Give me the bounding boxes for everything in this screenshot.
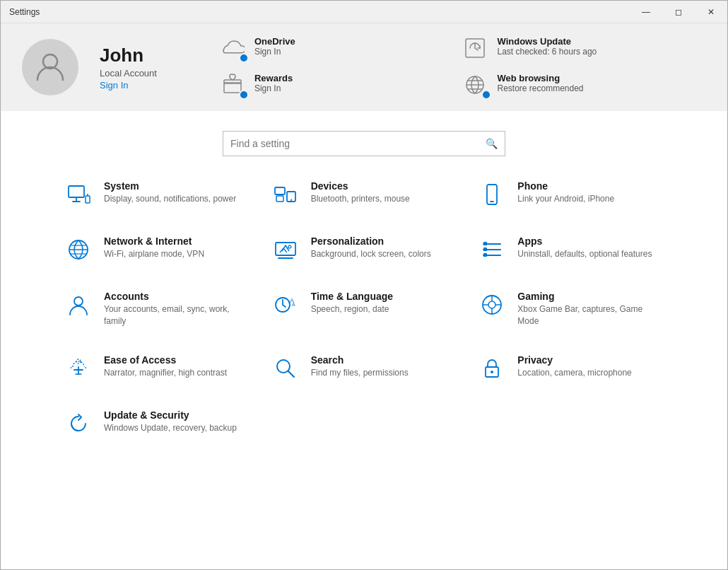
phone-name: Phone <box>517 180 614 192</box>
update-security-text: Update & Security Windows Update, recove… <box>104 409 237 434</box>
close-button[interactable]: ✕ <box>695 1 727 23</box>
web-browsing-desc: Restore recommended <box>497 83 583 93</box>
app-title: Settings <box>9 7 40 17</box>
devices-text: Devices Bluetooth, printers, mouse <box>311 180 410 205</box>
time-language-desc: Speech, region, date <box>311 303 393 315</box>
update-security-desc: Windows Update, recovery, backup <box>104 422 237 434</box>
privacy-text: Privacy Location, camera, microphone <box>517 354 631 379</box>
network-text: Network & Internet Wi-Fi, airplane mode,… <box>104 235 204 260</box>
ease-of-access-desc: Narrator, magnifier, high contrast <box>104 367 227 379</box>
settings-grid: System Display, sound, notifications, po… <box>1 170 727 448</box>
rewards-desc: Sign In <box>254 83 293 93</box>
windows-update-icon-wrap <box>463 36 488 62</box>
svg-rect-29 <box>483 242 487 245</box>
setting-search[interactable]: Search Find my files, permissions <box>264 344 464 392</box>
web-browsing-name: Web browsing <box>497 73 583 83</box>
onedrive-name: OneDrive <box>254 36 295 47</box>
onedrive-badge <box>239 53 249 63</box>
account-type: Local Account <box>100 68 157 78</box>
rewards-icon-wrap <box>221 73 246 98</box>
service-rewards[interactable]: Rewards Sign In <box>221 73 464 98</box>
phone-text: Phone Link your Android, iPhone <box>517 180 614 205</box>
gaming-name: Gaming <box>517 291 664 302</box>
personalization-desc: Background, lock screen, colors <box>311 248 431 260</box>
search-setting-icon <box>271 354 300 383</box>
ease-of-access-name: Ease of Access <box>104 354 227 366</box>
rewards-text: Rewards Sign In <box>254 73 293 93</box>
svg-rect-23 <box>276 243 295 255</box>
setting-privacy[interactable]: Privacy Location, camera, microphone <box>471 344 671 392</box>
gaming-text: Gaming Xbox Game Bar, captures, Game Mod… <box>517 291 664 327</box>
system-text: System Display, sound, notifications, po… <box>104 180 236 205</box>
service-column-left: OneDrive Sign In Rewards Sign In <box>221 36 464 98</box>
service-web-browsing[interactable]: Web browsing Restore recommended <box>463 73 706 98</box>
time-language-icon: A A <box>271 291 300 319</box>
apps-text: Apps Uninstall, defaults, optional featu… <box>517 235 652 260</box>
setting-devices[interactable]: Devices Bluetooth, printers, mouse <box>264 170 464 219</box>
svg-rect-31 <box>483 253 487 257</box>
setting-phone[interactable]: Phone Link your Android, iPhone <box>471 170 671 219</box>
personalization-icon <box>271 235 300 264</box>
time-language-text: Time & Language Speech, region, date <box>311 291 393 315</box>
search-area: 🔍 <box>1 111 727 170</box>
setting-gaming[interactable]: Gaming Xbox Game Bar, captures, Game Mod… <box>471 281 671 337</box>
svg-point-32 <box>74 297 83 306</box>
svg-rect-14 <box>276 196 283 202</box>
setting-network[interactable]: Network & Internet Wi-Fi, airplane mode,… <box>57 226 257 274</box>
svg-text:A: A <box>292 302 295 307</box>
service-onedrive[interactable]: OneDrive Sign In <box>221 36 464 62</box>
setting-personalization[interactable]: Personalization Background, lock screen,… <box>264 226 464 274</box>
svg-rect-1 <box>224 83 241 93</box>
setting-system[interactable]: System Display, sound, notifications, po… <box>57 170 257 219</box>
accounts-icon <box>64 291 93 319</box>
setting-time-language[interactable]: A A Time & Language Speech, region, date <box>264 281 464 337</box>
profile-info: John Local Account Sign In <box>100 45 157 91</box>
service-column-right: Windows Update Last checked: 6 hours ago <box>463 36 706 98</box>
windows-update-name: Windows Update <box>497 36 597 47</box>
update-security-icon <box>64 409 93 438</box>
gaming-desc: Xbox Game Bar, captures, Game Mode <box>517 303 664 327</box>
system-desc: Display, sound, notifications, power <box>104 193 236 205</box>
search-setting-desc: Find my files, permissions <box>311 367 409 379</box>
profile-signin-link[interactable]: Sign In <box>100 80 157 91</box>
windows-update-text: Windows Update Last checked: 6 hours ago <box>497 36 597 57</box>
titlebar: Settings — ◻ ✕ <box>1 1 727 23</box>
accounts-text: Accounts Your accounts, email, sync, wor… <box>104 291 250 327</box>
system-name: System <box>104 180 236 192</box>
svg-rect-11 <box>86 196 90 203</box>
rewards-name: Rewards <box>254 73 293 83</box>
gaming-icon <box>478 291 506 319</box>
accounts-name: Accounts <box>104 291 250 302</box>
network-desc: Wi-Fi, airplane mode, VPN <box>104 248 204 260</box>
privacy-name: Privacy <box>517 354 631 366</box>
web-browsing-icon-wrap <box>463 73 488 98</box>
search-box: 🔍 <box>223 131 505 156</box>
svg-rect-8 <box>69 186 84 197</box>
windows-update-icon <box>463 36 487 60</box>
apps-desc: Uninstall, defaults, optional features <box>517 248 652 260</box>
search-icon: 🔍 <box>486 138 498 149</box>
avatar <box>22 39 78 95</box>
system-icon <box>64 180 93 209</box>
setting-apps[interactable]: Apps Uninstall, defaults, optional featu… <box>471 226 671 274</box>
avatar-icon <box>33 49 67 86</box>
setting-accounts[interactable]: Accounts Your accounts, email, sync, wor… <box>57 281 257 337</box>
svg-rect-13 <box>275 187 285 194</box>
phone-desc: Link your Android, iPhone <box>517 193 614 205</box>
search-input[interactable] <box>230 138 486 149</box>
svg-point-37 <box>488 301 495 308</box>
onedrive-icon-wrap <box>221 36 246 62</box>
setting-ease-of-access[interactable]: Ease of Access Narrator, magnifier, high… <box>57 344 257 392</box>
setting-update-security[interactable]: Update & Security Windows Update, recove… <box>57 400 257 448</box>
minimize-button[interactable]: — <box>630 1 662 23</box>
ease-of-access-text: Ease of Access Narrator, magnifier, high… <box>104 354 227 379</box>
windows-update-desc: Last checked: 6 hours ago <box>497 47 597 57</box>
network-icon <box>64 235 93 264</box>
personalization-name: Personalization <box>311 235 431 247</box>
devices-name: Devices <box>311 180 410 192</box>
privacy-icon <box>478 354 506 383</box>
personalization-text: Personalization Background, lock screen,… <box>311 235 431 260</box>
maximize-button[interactable]: ◻ <box>662 1 695 23</box>
svg-point-25 <box>288 245 291 248</box>
service-windows-update[interactable]: Windows Update Last checked: 6 hours ago <box>463 36 706 62</box>
